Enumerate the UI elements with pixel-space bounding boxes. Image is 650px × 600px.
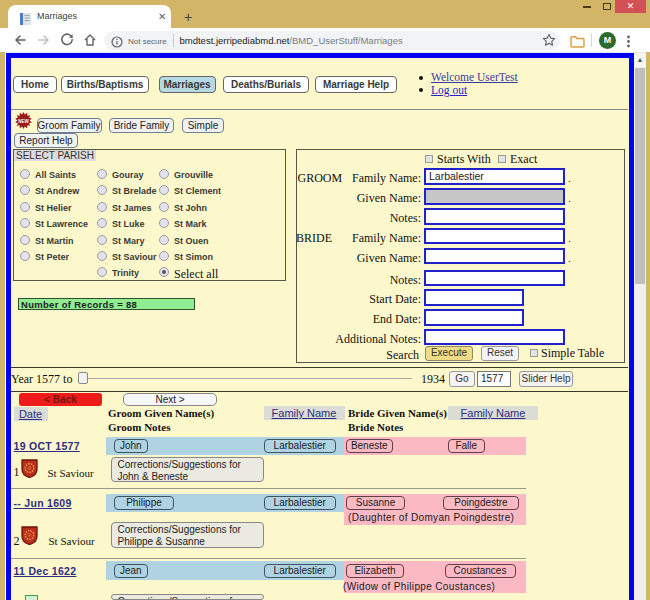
- svg-text:NEW: NEW: [18, 119, 29, 124]
